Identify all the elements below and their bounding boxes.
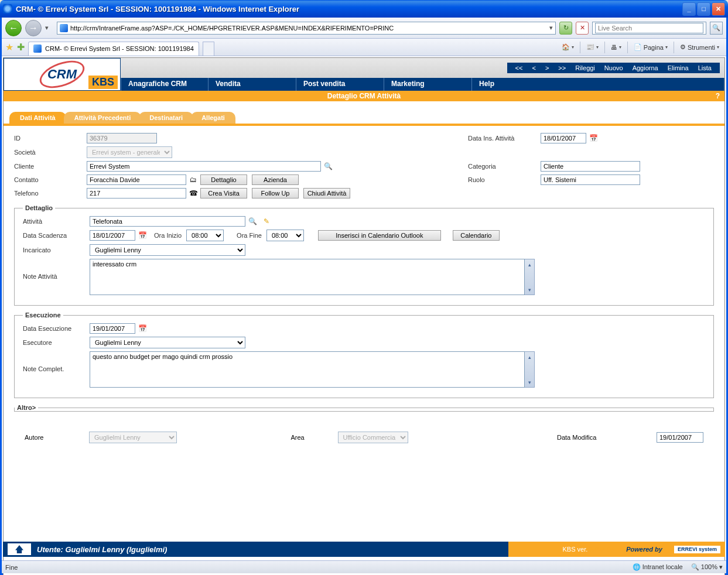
refresh-button[interactable]: ↻ bbox=[559, 22, 572, 35]
calendar-icon[interactable]: 📅 bbox=[138, 324, 147, 333]
label-cliente: Cliente bbox=[14, 163, 87, 170]
binoculars-icon[interactable]: 🔍 bbox=[323, 162, 333, 171]
phone-icon[interactable]: ☎ bbox=[189, 189, 198, 198]
data-modifica-field[interactable] bbox=[657, 432, 703, 443]
label-telefono: Telefono bbox=[14, 190, 87, 197]
contatto-field[interactable] bbox=[87, 174, 186, 185]
tools-menu-button[interactable]: ⚙ Strumenti ▾ bbox=[676, 42, 723, 52]
ora-fine-select[interactable]: 08:00 bbox=[266, 230, 304, 241]
nav-next-button[interactable]: > bbox=[545, 64, 549, 71]
browser-tab[interactable]: CRM- © Errevi System Srl - SESSION: 1001… bbox=[28, 42, 199, 56]
feeds-button[interactable]: 📰 ▾ bbox=[583, 42, 602, 52]
nav-back-button[interactable]: ← bbox=[5, 20, 22, 36]
update-button[interactable]: Aggiorna bbox=[633, 64, 658, 71]
tab-destinatari[interactable]: Destinatari bbox=[139, 112, 193, 124]
search-box[interactable] bbox=[592, 22, 706, 35]
lookup-icon[interactable]: 🗂 bbox=[189, 175, 198, 184]
search-button[interactable]: 🔍 bbox=[710, 22, 723, 35]
menu-anagrafiche[interactable]: Anagrafiche CRM bbox=[121, 78, 209, 91]
scroll-up-icon[interactable]: ▴ bbox=[525, 259, 534, 269]
action-bar: << < > >> Rileggi Nuovo Aggiorna Elimina… bbox=[507, 63, 720, 73]
telefono-field[interactable] bbox=[87, 188, 186, 198]
favorites-icon[interactable]: ★ bbox=[5, 42, 13, 53]
dettaglio-button[interactable]: Dettaglio bbox=[200, 174, 247, 185]
nav-prev-button[interactable]: < bbox=[532, 64, 535, 71]
nav-first-button[interactable]: << bbox=[515, 64, 523, 71]
page-icon bbox=[60, 24, 68, 32]
tab-attivita-precedenti[interactable]: Attività Precedenti bbox=[64, 112, 142, 124]
label-ora-fine: Ora Fine bbox=[232, 232, 266, 239]
scroll-down-icon[interactable]: ▾ bbox=[525, 377, 534, 387]
scroll-down-icon[interactable]: ▾ bbox=[525, 285, 534, 295]
menu-postvendita[interactable]: Post vendita bbox=[296, 78, 384, 91]
crea-visita-button[interactable]: Crea Visita bbox=[200, 188, 247, 198]
edit-icon[interactable]: ✎ bbox=[262, 217, 271, 226]
inserisci-outlook-button[interactable]: Inserisci in Calendario Outlook bbox=[318, 230, 441, 241]
search-input[interactable] bbox=[595, 23, 703, 33]
help-icon[interactable]: ? bbox=[716, 92, 720, 100]
ora-inizio-select[interactable]: 08:00 bbox=[186, 230, 224, 241]
altro-fieldset: Altro> bbox=[14, 404, 714, 412]
binoculars-icon[interactable]: 🔍 bbox=[248, 217, 257, 226]
altro-legend[interactable]: Altro> bbox=[15, 404, 38, 411]
data-ins-field[interactable] bbox=[541, 133, 586, 143]
follow-up-button[interactable]: Follow Up bbox=[252, 188, 299, 198]
nav-toolbar: ← → ▾ http://crm/IntranetFrame.asp?ASP=.… bbox=[2, 18, 726, 39]
label-categoria: Categoria bbox=[468, 163, 541, 170]
status-zoom[interactable]: 🔍 100% ▾ bbox=[691, 563, 723, 571]
cliente-field[interactable] bbox=[87, 161, 321, 172]
tab-allegati[interactable]: Allegati bbox=[191, 112, 235, 124]
note-complet-textarea[interactable]: questo anno budget per mago quindi crm p… bbox=[90, 351, 525, 388]
logo-box: CRM KBS bbox=[4, 58, 121, 91]
window-close-button[interactable]: ✕ bbox=[712, 2, 725, 16]
ie-status-bar: Fine 🌐 Intranet locale 🔍 100% ▾ bbox=[2, 560, 726, 573]
scroll-up-icon[interactable]: ▴ bbox=[525, 352, 534, 362]
esecutore-select[interactable]: Guglielmi Lenny bbox=[90, 337, 245, 348]
page-menu-button[interactable]: 📄 Pagina ▾ bbox=[630, 42, 671, 52]
list-button[interactable]: Lista bbox=[698, 64, 712, 71]
exit-icon[interactable] bbox=[8, 543, 31, 555]
window-maximize-button[interactable]: □ bbox=[697, 2, 710, 16]
ie-icon bbox=[3, 4, 12, 13]
stop-button[interactable]: ✕ bbox=[576, 22, 589, 35]
window-minimize-button[interactable]: _ bbox=[682, 2, 696, 16]
scrollbar[interactable]: ▴ ▾ bbox=[525, 259, 535, 295]
note-attivita-textarea[interactable]: interessato crm bbox=[90, 259, 525, 295]
home-button[interactable]: 🏠 ▾ bbox=[558, 42, 577, 52]
scrollbar[interactable]: ▴ ▾ bbox=[525, 351, 535, 388]
data-esecuzione-field[interactable] bbox=[90, 323, 135, 334]
menu-vendita[interactable]: Vendita bbox=[209, 78, 296, 91]
id-field bbox=[87, 133, 157, 143]
categoria-field[interactable] bbox=[541, 161, 640, 172]
nav-forward-button[interactable]: → bbox=[25, 20, 42, 36]
azienda-button[interactable]: Azienda bbox=[252, 174, 299, 185]
address-bar[interactable]: http://crm/IntranetFrame.asp?ASP=./CK_HO… bbox=[57, 22, 556, 35]
delete-button[interactable]: Elimina bbox=[668, 64, 689, 71]
menu-marketing[interactable]: Marketing bbox=[384, 78, 472, 91]
add-favorite-icon[interactable]: ✚ bbox=[17, 42, 25, 53]
attivita-field[interactable] bbox=[90, 216, 245, 227]
ruolo-field[interactable] bbox=[541, 174, 640, 185]
form-body: ID Data Ins. Attività 📅 Società Errevi s… bbox=[4, 126, 724, 450]
new-button[interactable]: Nuovo bbox=[604, 64, 623, 71]
nav-last-button[interactable]: >> bbox=[558, 64, 566, 71]
reload-button[interactable]: Rileggi bbox=[575, 64, 595, 71]
tab-dati-attivita[interactable]: Dati Attività bbox=[9, 112, 66, 124]
print-button[interactable]: 🖶 ▾ bbox=[607, 43, 625, 52]
errevi-logo: ERREVI system bbox=[674, 546, 720, 553]
calendar-icon[interactable]: 📅 bbox=[138, 231, 147, 240]
calendario-button[interactable]: Calendario bbox=[453, 230, 500, 241]
nav-history-dropdown[interactable]: ▾ bbox=[45, 24, 53, 32]
esecuzione-legend: Esecuzione bbox=[23, 312, 63, 319]
data-scadenza-field[interactable] bbox=[90, 230, 135, 241]
address-dropdown-icon[interactable]: ▾ bbox=[549, 24, 553, 32]
label-data-esecuzione: Data Esecuzione bbox=[23, 325, 90, 332]
label-id: ID bbox=[14, 135, 87, 142]
new-tab-button[interactable] bbox=[203, 42, 214, 56]
logo-kbs-text: KBS bbox=[88, 76, 118, 89]
menu-help[interactable]: Help bbox=[472, 78, 724, 91]
chiudi-attivita-button[interactable]: Chiudi Attività bbox=[303, 188, 350, 198]
calendar-icon[interactable]: 📅 bbox=[589, 134, 598, 143]
incaricato-select[interactable]: Guglielmi Lenny bbox=[90, 244, 245, 256]
footer-version: KBS ver. 3.8.0205 bbox=[563, 546, 615, 553]
